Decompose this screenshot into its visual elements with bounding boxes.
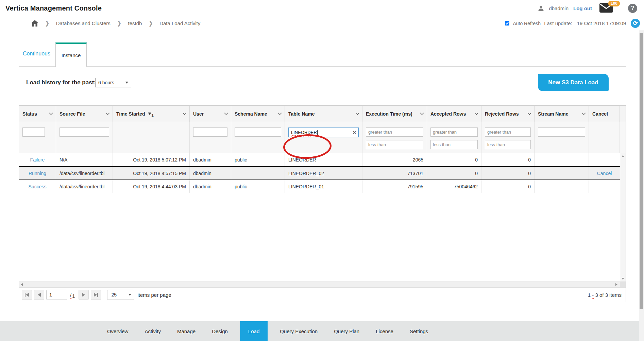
period-select[interactable]: 6 hours xyxy=(95,78,131,87)
previous-page-button[interactable] xyxy=(34,290,44,300)
nav-item-activity[interactable]: Activity xyxy=(145,321,161,341)
status-link[interactable]: Success xyxy=(29,184,47,189)
messages-button[interactable]: 100 xyxy=(599,3,614,13)
nav-item-design[interactable]: Design xyxy=(212,321,228,341)
chevron-down-icon xyxy=(125,82,128,84)
column-menu-icon[interactable] xyxy=(582,113,586,115)
column-header-schema-name[interactable]: Schema Name xyxy=(231,106,285,122)
stream-name-filter-input[interactable] xyxy=(538,127,585,137)
scrollbar-thumb[interactable] xyxy=(640,33,643,309)
scroll-left-icon[interactable] xyxy=(21,283,23,286)
column-header-accepted-rows[interactable]: Accepted Rows xyxy=(427,106,481,122)
auto-refresh-checkbox[interactable] xyxy=(505,21,509,25)
execution-time-cell: 791595 xyxy=(362,180,427,193)
load-history-grid: Status Source File Time Started 1 User S… xyxy=(19,105,626,302)
new-s3-data-load-button[interactable]: New S3 Data Load xyxy=(538,74,609,91)
execution-time-greater-filter-input[interactable] xyxy=(366,127,423,137)
breadcrumb-item-testdb[interactable]: testdb xyxy=(128,20,142,26)
scroll-right-icon[interactable] xyxy=(615,283,617,286)
column-menu-icon[interactable] xyxy=(106,113,110,115)
schema-name-filter-input[interactable] xyxy=(235,127,281,137)
stream-name-cell xyxy=(535,180,589,193)
cancel-filter-cell xyxy=(589,122,620,153)
sort-descending-icon xyxy=(148,113,151,115)
column-header-execution-time[interactable]: Execution Time (ms) xyxy=(362,106,427,122)
column-menu-icon[interactable] xyxy=(355,113,359,115)
column-header-time-started[interactable]: Time Started 1 xyxy=(113,106,190,122)
first-page-button[interactable] xyxy=(22,290,32,300)
source-file-filter-input[interactable] xyxy=(60,127,109,137)
nav-item-settings[interactable]: Settings xyxy=(410,321,428,341)
schema-cell: public xyxy=(231,180,285,193)
column-menu-icon[interactable] xyxy=(278,113,282,115)
nav-item-query-plan[interactable]: Query Plan xyxy=(334,321,359,341)
column-menu-icon[interactable] xyxy=(183,113,187,115)
nav-item-manage[interactable]: Manage xyxy=(177,321,196,341)
column-header-table-name[interactable]: Table Name xyxy=(285,106,362,122)
page-number-input[interactable] xyxy=(46,290,67,300)
items-summary: 1 - 3 of 3 items xyxy=(588,292,622,298)
table-row[interactable]: Success /data/csv/lineorder.tbl Oct 19, … xyxy=(19,180,621,193)
page-size-select[interactable]: 25 xyxy=(107,290,134,300)
execution-time-cell: 713701 xyxy=(362,167,427,180)
column-header-rejected-rows[interactable]: Rejected Rows xyxy=(481,106,535,122)
source-file-cell: /data/csv/lineorder.tbl xyxy=(56,180,113,193)
source-file-cell: N/A xyxy=(56,153,113,166)
help-icon[interactable]: ? xyxy=(628,4,637,13)
user-filter-input[interactable] xyxy=(193,127,227,137)
scroll-up-icon[interactable] xyxy=(622,155,624,157)
nav-item-query-execution[interactable]: Query Execution xyxy=(280,321,318,341)
tab-continuous[interactable]: Continuous xyxy=(23,51,50,57)
last-page-button[interactable] xyxy=(91,290,101,300)
grid-vertical-scrollbar[interactable] xyxy=(620,153,626,282)
user-cell: dbadmin xyxy=(190,167,231,180)
rejected-rows-greater-filter-input[interactable] xyxy=(485,127,531,137)
column-header-user[interactable]: User xyxy=(190,106,231,122)
status-link[interactable]: Running xyxy=(29,171,46,176)
accepted-rows-greater-filter-input[interactable] xyxy=(430,127,478,137)
scroll-down-icon[interactable] xyxy=(622,278,624,280)
nav-item-overview[interactable]: Overview xyxy=(107,321,129,341)
status-filter-input[interactable] xyxy=(22,127,45,137)
column-menu-icon[interactable] xyxy=(420,113,424,115)
rejected-rows-less-filter-input[interactable] xyxy=(485,140,531,149)
table-name-filter-input[interactable]: LINEORDER × xyxy=(288,127,359,137)
execution-time-less-filter-input[interactable] xyxy=(366,140,423,149)
top-bar: Vertica Management Console dbadmin Log o… xyxy=(0,0,644,16)
rejected-rows-cell: 0 xyxy=(481,180,535,193)
text-cursor xyxy=(317,130,318,135)
clear-filter-icon[interactable]: × xyxy=(353,130,356,135)
column-header-stream-name[interactable]: Stream Name xyxy=(535,106,589,122)
scrollbar-corner xyxy=(620,282,626,287)
column-menu-icon[interactable] xyxy=(527,113,531,115)
column-header-status[interactable]: Status xyxy=(19,106,56,122)
table-row[interactable]: Failure N/A Oct 19, 2018 5:07:12 PM dbad… xyxy=(19,153,621,166)
column-header-cancel: Cancel xyxy=(589,106,620,122)
home-icon[interactable] xyxy=(31,20,38,27)
table-row-selected[interactable]: Running /data/csv/lineorder.tbl Oct 19, … xyxy=(19,166,621,180)
page-vertical-scrollbar[interactable] xyxy=(639,30,644,341)
user-icon xyxy=(538,5,544,11)
column-menu-icon[interactable] xyxy=(49,113,53,115)
column-menu-icon[interactable] xyxy=(474,113,478,115)
cancel-load-link[interactable]: Cancel xyxy=(597,171,612,176)
accepted-rows-cell: 750046462 xyxy=(427,180,481,193)
next-page-button[interactable] xyxy=(79,290,89,300)
stream-name-cell xyxy=(535,167,589,180)
accepted-rows-less-filter-input[interactable] xyxy=(430,140,478,149)
tab-instance[interactable]: Instance xyxy=(55,42,87,67)
cancel-cell xyxy=(589,153,620,166)
logout-link[interactable]: Log out xyxy=(573,5,592,11)
nav-item-load[interactable]: Load xyxy=(240,321,268,341)
column-header-source-file[interactable]: Source File xyxy=(56,106,113,122)
grid-horizontal-scrollbar[interactable] xyxy=(19,282,626,288)
time-started-cell: Oct 19, 2018 4:57:15 PM xyxy=(113,167,190,180)
nav-item-license[interactable]: License xyxy=(376,321,393,341)
status-link[interactable]: Failure xyxy=(30,157,45,163)
stream-name-cell xyxy=(535,153,589,166)
sort-order-badge: 1 xyxy=(152,113,154,117)
breadcrumb-item-databases[interactable]: Databases and Clusters xyxy=(56,20,111,26)
refresh-icon[interactable]: ⟳ xyxy=(631,19,640,28)
column-menu-icon[interactable] xyxy=(224,113,228,115)
time-started-filter-cell xyxy=(113,122,190,153)
